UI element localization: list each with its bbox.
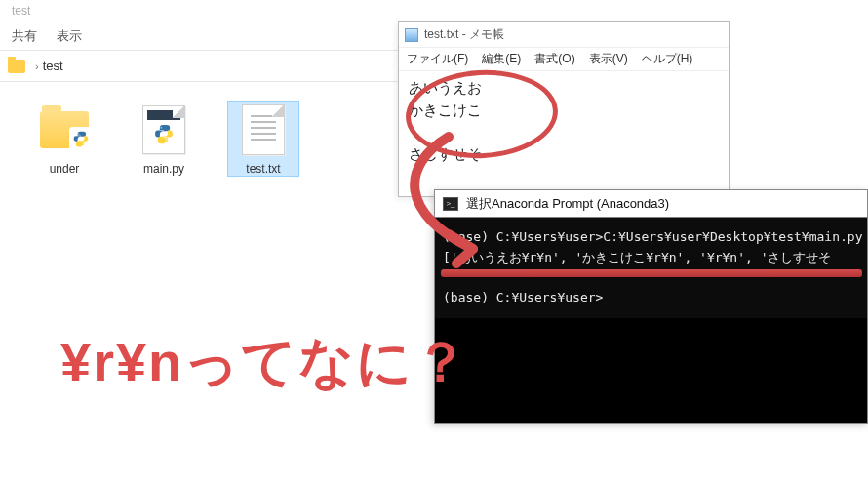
text-line: かきこけこ	[409, 100, 719, 122]
notepad-title-text: test.txt - メモ帳	[424, 26, 504, 43]
menu-help[interactable]: ヘルプ(H)	[642, 51, 693, 67]
console-line: (base) C:¥Users¥user>	[443, 290, 603, 305]
python-file-icon	[142, 105, 185, 154]
menu-file[interactable]: ファイル(F)	[407, 51, 468, 67]
file-item-python[interactable]: main.py	[129, 102, 199, 176]
text-line: あいうえお	[409, 77, 719, 100]
console-output[interactable]: (base) C:¥Users¥user>C:¥Users¥user¥Deskt…	[435, 218, 867, 318]
menu-view[interactable]: 表示	[57, 27, 82, 46]
file-label: under	[29, 162, 99, 176]
menu-share[interactable]: 共有	[12, 27, 37, 46]
file-label: test.txt	[228, 162, 298, 176]
notepad-titlebar[interactable]: test.txt - メモ帳	[399, 22, 729, 48]
explorer-pathbar[interactable]: › test	[0, 51, 400, 82]
explorer-menubar: 共有 表示	[0, 23, 400, 51]
file-item-text[interactable]: test.txt	[228, 102, 298, 176]
anaconda-prompt-window: 選択Anaconda Prompt (Anaconda3) (base) C:¥…	[434, 189, 868, 424]
notepad-menubar: ファイル(F) 編集(E) 書式(O) 表示(V) ヘルプ(H)	[399, 48, 729, 71]
menu-format[interactable]: 書式(O)	[534, 51, 574, 67]
text-file-icon	[242, 104, 285, 155]
console-line: ['あいうえお¥r¥n', 'かきこけこ¥r¥n', '¥r¥n', 'さしすせ…	[443, 250, 832, 264]
explorer-title-text: test	[12, 4, 30, 18]
file-item-folder[interactable]: under	[29, 102, 99, 176]
chevron-right-icon: ›	[35, 61, 39, 72]
file-label: main.py	[129, 162, 199, 176]
console-icon	[443, 197, 458, 211]
text-line: さしすせそ	[409, 143, 719, 166]
console-line: (base) C:¥Users¥user>C:¥Users¥user¥Deskt…	[443, 229, 862, 244]
text-line	[409, 121, 719, 143]
path-segment[interactable]: test	[43, 59, 63, 73]
notepad-text-area[interactable]: あいうえお かきこけこ さしすせそ	[399, 71, 729, 171]
python-badge-icon	[69, 127, 93, 150]
console-titlebar[interactable]: 選択Anaconda Prompt (Anaconda3)	[435, 190, 867, 218]
explorer-title: test	[0, 0, 400, 23]
notepad-window: test.txt - メモ帳 ファイル(F) 編集(E) 書式(O) 表示(V)…	[398, 21, 730, 197]
folder-icon	[8, 60, 25, 73]
explorer-window: test 共有 表示 › test under	[0, 0, 400, 488]
menu-edit[interactable]: 編集(E)	[482, 51, 521, 67]
menu-view[interactable]: 表示(V)	[589, 51, 628, 67]
notepad-icon	[405, 28, 418, 42]
folder-icon	[40, 111, 89, 148]
explorer-file-grid: under main.py test.txt	[0, 82, 400, 195]
console-title-text: 選択Anaconda Prompt (Anaconda3)	[466, 195, 669, 213]
